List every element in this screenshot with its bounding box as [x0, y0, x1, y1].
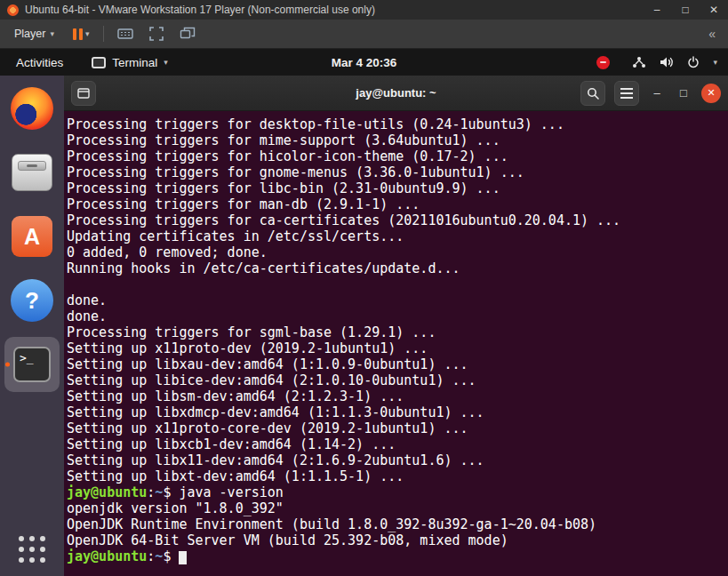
dock: A ? >_: [0, 76, 64, 576]
dock-item-terminal[interactable]: >_: [4, 337, 60, 392]
terminal-line: Processing triggers for gnome-menus (3.3…: [67, 164, 726, 180]
terminal-text-segment: Running hooks in /etc/ca-certificates/up…: [67, 260, 460, 276]
firefox-icon: [11, 87, 53, 130]
terminal-header-controls: – □ ✕: [580, 81, 721, 106]
terminal-line: done.: [67, 292, 726, 308]
ubuntu-vm-icon: [7, 4, 19, 16]
vmware-window-controls: – □ ✕: [643, 0, 728, 20]
activities-button[interactable]: Activities: [11, 52, 68, 73]
terminal-minimize-button[interactable]: –: [648, 84, 666, 103]
running-indicator: [5, 363, 10, 367]
terminal-app-icon: [92, 57, 106, 68]
show-applications-button[interactable]: [4, 532, 60, 567]
chevron-down-icon: ▾: [50, 29, 54, 38]
keyboard-icon: [117, 27, 133, 41]
search-button[interactable]: [580, 81, 605, 106]
vmware-window-title: Ubuntu 64-bit - VMware Workstation 17 Pl…: [25, 4, 636, 16]
help-icon: ?: [11, 279, 53, 322]
vmware-titlebar: Ubuntu 64-bit - VMware Workstation 17 Pl…: [0, 0, 728, 20]
chevron-down-icon: ▾: [713, 58, 717, 67]
terminal-line: jay@ubuntu:~$ java -version: [67, 484, 726, 500]
terminal-output[interactable]: Processing triggers for desktop-file-uti…: [64, 111, 728, 576]
terminal-text-segment: Processing triggers for desktop-file-uti…: [67, 116, 564, 132]
player-menu-button[interactable]: Player ▾: [9, 24, 60, 44]
send-ctrl-alt-del-button[interactable]: [115, 25, 136, 43]
terminal-line: Setting up libxau-dev:amd64 (1:1.0.9-0ub…: [67, 356, 726, 372]
terminal-line: Setting up x11proto-dev (2019.2-1ubuntu1…: [67, 340, 726, 356]
terminal-line: Processing triggers for mime-support (3.…: [67, 132, 726, 148]
fullscreen-icon: [149, 27, 164, 41]
terminal-line: Processing triggers for libc-bin (2.31-0…: [67, 180, 726, 196]
dock-item-ubuntu-software[interactable]: A: [4, 209, 60, 264]
network-share-icon: [632, 56, 646, 68]
terminal-text-segment: Setting up x11proto-dev (2019.2-1ubuntu1…: [67, 340, 428, 356]
terminal-line: Processing triggers for man-db (2.9.1-1)…: [67, 196, 726, 212]
new-window-button[interactable]: [71, 81, 96, 106]
terminal-text-segment: done.: [67, 292, 107, 308]
terminal-line: Setting up x11proto-core-dev (2019.2-1ub…: [67, 420, 726, 436]
volume-icon: [660, 56, 674, 68]
vmware-maximize-button[interactable]: □: [671, 0, 700, 20]
overlapping-windows-icon: [180, 27, 196, 41]
toolbar-divider: [103, 26, 104, 42]
menu-button[interactable]: [614, 81, 639, 106]
terminal-restore-button[interactable]: □: [675, 84, 692, 103]
terminal-line: openjdk version "1.8.0_392": [67, 500, 726, 516]
toolbar-collapse-button[interactable]: «: [708, 27, 719, 41]
clock[interactable]: Mar 4 20:36: [332, 56, 397, 69]
terminal-text-segment: $: [163, 548, 179, 564]
terminal-line: Setting up libxdmcp-dev:amd64 (1:1.1.3-0…: [67, 404, 726, 420]
terminal-text-segment: Processing triggers for ca-certificates …: [67, 212, 620, 228]
terminal-text-segment: $ java -version: [163, 484, 283, 500]
terminal-text-segment: Setting up x11proto-core-dev (2019.2-1ub…: [67, 420, 468, 436]
unity-mode-button[interactable]: [177, 25, 198, 43]
terminal-titlebar: jay@ubuntu: ~ – □ ✕: [64, 76, 728, 111]
window-icon: [77, 88, 90, 99]
terminal-line: Processing triggers for hicolor-icon-the…: [67, 148, 726, 164]
enter-fullscreen-button[interactable]: [147, 25, 166, 43]
pause-icon: [73, 28, 83, 40]
terminal-line: Setting up libsm-dev:amd64 (2:1.2.3-1) .…: [67, 388, 726, 404]
vmware-player-window: Ubuntu 64-bit - VMware Workstation 17 Pl…: [0, 0, 728, 576]
vmware-close-button[interactable]: ✕: [700, 0, 728, 20]
dock-item-firefox[interactable]: [4, 81, 60, 136]
system-status-area[interactable]: ▾: [596, 56, 717, 69]
terminal-text-segment: Setting up libice-dev:amd64 (2:1.0.10-0u…: [67, 372, 476, 388]
terminal-text-segment: jay@ubuntu: [67, 484, 147, 500]
search-icon: [587, 87, 599, 100]
terminal-cursor: [179, 551, 187, 564]
terminal-line: Setting up libxt-dev:amd64 (1:1.1.5-1) .…: [67, 468, 726, 484]
terminal-window: jay@ubuntu: ~ – □ ✕ Processing triggers …: [64, 76, 728, 576]
terminal-title: jay@ubuntu: ~: [356, 86, 436, 100]
chevron-down-icon: ▾: [164, 58, 168, 67]
terminal-close-button[interactable]: ✕: [701, 84, 721, 103]
dock-item-help[interactable]: ?: [4, 273, 60, 328]
terminal-text-segment: Setting up libsm-dev:amd64 (2:1.2.3-1) .…: [67, 388, 404, 404]
terminal-text-segment: :: [147, 484, 155, 500]
terminal-line: Setting up libx11-dev:amd64 (2:1.6.9-2ub…: [67, 452, 726, 468]
terminal-line: Processing triggers for sgml-base (1.29.…: [67, 324, 726, 340]
terminal-text-segment: Setting up libxau-dev:amd64 (1:1.0.9-0ub…: [67, 356, 468, 372]
chevron-down-icon: ▾: [85, 29, 90, 38]
vmware-minimize-button[interactable]: –: [643, 0, 671, 20]
app-indicator-terminal[interactable]: Terminal ▾: [92, 56, 168, 69]
screen-record-indicator-icon: [596, 56, 610, 69]
terminal-text-segment: Processing triggers for hicolor-icon-the…: [67, 148, 508, 164]
terminal-line: Setting up libxcb1-dev:amd64 (1.14-2) ..…: [67, 436, 726, 452]
terminal-text-segment: Processing triggers for gnome-menus (3.3…: [67, 164, 524, 180]
terminal-text-segment: done.: [67, 308, 107, 324]
terminal-line: OpenJDK Runtime Environment (build 1.8.0…: [67, 516, 726, 532]
suspend-vm-button[interactable]: ▾: [70, 27, 92, 42]
hamburger-icon: [620, 88, 633, 99]
terminal-text-segment: Processing triggers for man-db (2.9.1-1)…: [67, 196, 420, 212]
gnome-top-bar: Activities Terminal ▾ Mar 4 20:36 ▾: [0, 49, 728, 76]
vmware-toolbar: Player ▾ ▾ «: [0, 20, 728, 49]
terminal-text-segment: Processing triggers for libc-bin (2.31-0…: [67, 180, 500, 196]
terminal-text-segment: Setting up libxcb1-dev:amd64 (1.14-2) ..…: [67, 436, 396, 452]
dock-item-files[interactable]: [4, 145, 60, 200]
terminal-line: Processing triggers for ca-certificates …: [67, 212, 726, 228]
terminal-text-segment: Processing triggers for mime-support (3.…: [67, 132, 500, 148]
terminal-line: Setting up libice-dev:amd64 (2:1.0.10-0u…: [67, 372, 726, 388]
terminal-line: Processing triggers for desktop-file-uti…: [67, 116, 726, 132]
power-icon: [687, 56, 700, 68]
